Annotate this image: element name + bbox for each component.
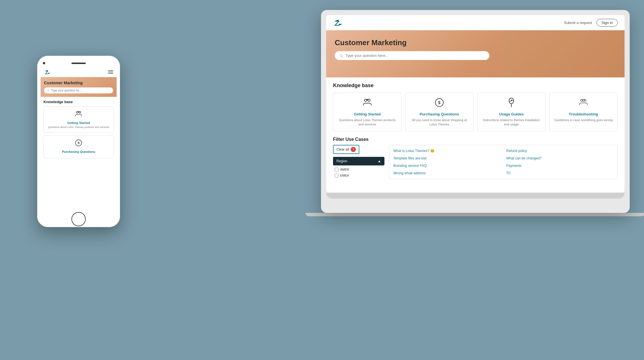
chevron-up-icon: ▲ [378,159,381,163]
phone-device: Customer Marketing Knowledge base [37,56,120,227]
region-dropdown[interactable]: Region ▲ [333,157,384,165]
amer-checkbox[interactable] [335,168,338,171]
purchasing-icon: $ [409,97,470,110]
site-header: Submit a request Sign in [326,15,625,30]
kb-card-troubleshooting-desc: Guidelines in case something goes wrong [553,118,614,122]
svg-point-7 [511,100,512,101]
kb-card-purchasing-title: Purchasing Questions [409,112,470,116]
phone-main: Knowledge base Getting Started Questions [41,97,117,163]
checkbox-emea[interactable]: EMEA [333,173,384,179]
phone-kb-getting-started-title: Getting Started [46,121,111,125]
filter-row: Clear all 3 Region ▲ AMER [333,145,618,179]
filter-badge: 3 [351,147,356,152]
scene: Submit a request Sign in Customer Market… [0,0,644,360]
kb-card-usage-guides[interactable]: Usage Guides Instructions related to the… [477,93,546,132]
phone-header [41,67,117,77]
kb-grid: Getting Started Questions about Lotus Th… [333,93,618,132]
main-content: Knowledge base [326,77,625,192]
phone-home-indicator [41,215,117,224]
phone-kb-title: Knowledge base [43,100,114,104]
phone-getting-started-icon [46,110,111,120]
phone-purchasing-icon: $ [46,139,111,149]
result-what-changed[interactable]: What can be changed? [506,155,613,161]
kb-card-purchasing[interactable]: $ Purchasing Questions All you need to k… [405,93,474,132]
laptop-base [326,193,625,199]
phone-screen: Customer Marketing Knowledge base [41,67,117,215]
phone-page-title: Customer Marketing [44,81,113,85]
kb-card-purchasing-desc: All you need to know about shopping at L… [409,118,470,127]
laptop-screen: Submit a request Sign in Customer Market… [326,15,625,192]
phone-speaker [71,63,86,64]
kb-card-troubleshooting-title: Troubleshooting [553,112,614,116]
kb-card-troubleshooting[interactable]: Troubleshooting Guidelines in case somet… [549,93,618,132]
phone-zendesk-logo [44,69,51,75]
submit-request-link[interactable]: Submit a request [564,21,592,25]
emea-checkbox[interactable] [335,174,338,177]
svg-rect-3 [366,99,368,100]
result-branding-faq[interactable]: Branding service FAQ [393,163,501,169]
kb-section-title: Knowledge base [333,83,618,89]
filter-section: Filter Use Cases Clear all 3 Region ▲ [333,137,618,179]
hamburger-line-3 [108,73,113,74]
laptop-bottom [306,213,644,216]
kb-card-usage-guides-desc: Instructions related to themes installat… [481,118,542,127]
header-actions: Submit a request Sign in [564,19,618,27]
phone-search-input[interactable] [51,89,110,92]
clear-all-label: Clear all [336,147,349,151]
phone-kb-purchasing-title: Purchasing Questions [46,150,111,153]
hamburger-line-2 [108,72,113,72]
phone-notch [41,59,117,67]
svg-rect-14 [78,111,79,112]
phone-frame: Customer Marketing Knowledge base [37,56,120,227]
filter-results: What is Lotus Themes? 😊 Refund policy Te… [389,145,618,179]
filter-sidebar: Clear all 3 Region ▲ AMER [333,145,384,179]
phone-kb-card-getting-started[interactable]: Getting Started Questions about Lotus Th… [43,106,114,133]
phone-search-bar[interactable] [44,87,113,93]
filter-section-title: Filter Use Cases [333,137,618,142]
results-grid: What is Lotus Themes? 😊 Refund policy Te… [393,148,613,176]
zendesk-logo [333,19,343,27]
result-template-files[interactable]: Template files are lost [393,155,501,161]
phone-search-icon [47,89,49,92]
result-tc[interactable]: TC [506,170,613,176]
getting-started-icon [337,97,398,110]
laptop-device: Submit a request Sign in Customer Market… [321,10,630,227]
search-bar[interactable] [335,51,489,60]
kb-card-getting-started[interactable]: Getting Started Questions about Lotus Th… [333,93,402,132]
search-icon [339,54,343,58]
result-payments[interactable]: Payments [506,163,613,169]
region-label: Region [336,159,347,163]
hamburger-menu[interactable] [108,70,113,74]
result-refund[interactable]: Refund policy [506,148,613,154]
knowledge-base-section: Knowledge base [333,83,618,132]
search-input[interactable] [345,53,485,58]
amer-label: AMER [340,168,349,171]
phone-camera [43,62,45,64]
result-wrong-email[interactable]: Wrong email address [393,170,501,176]
kb-card-getting-started-desc: Questions about Lotus Themes products an… [337,118,398,127]
result-lotus-themes[interactable]: What is Lotus Themes? 😊 [393,148,501,154]
phone-kb-card-purchasing[interactable]: $ Purchasing Questions [43,135,114,158]
clear-all-button[interactable]: Clear all 3 [333,145,359,154]
svg-text:$: $ [78,141,79,145]
troubleshooting-icon [553,97,614,110]
kb-card-getting-started-title: Getting Started [337,112,398,116]
phone-kb-getting-started-desc: Questions about Lotus Themes products an… [46,126,111,129]
usage-guides-icon [481,97,542,110]
hero-section: Customer Marketing [326,30,625,77]
kb-card-usage-guides-title: Usage Guides [481,112,542,116]
hamburger-line-1 [108,70,113,71]
svg-text:$: $ [438,100,440,105]
home-button[interactable] [71,212,86,226]
checkbox-amer[interactable]: AMER [333,167,384,173]
laptop-frame: Submit a request Sign in Customer Market… [321,10,630,213]
emea-label: EMEA [340,174,349,177]
sign-in-button[interactable]: Sign in [597,19,618,27]
page-title: Customer Marketing [335,38,616,47]
phone-hero: Customer Marketing [41,77,117,97]
